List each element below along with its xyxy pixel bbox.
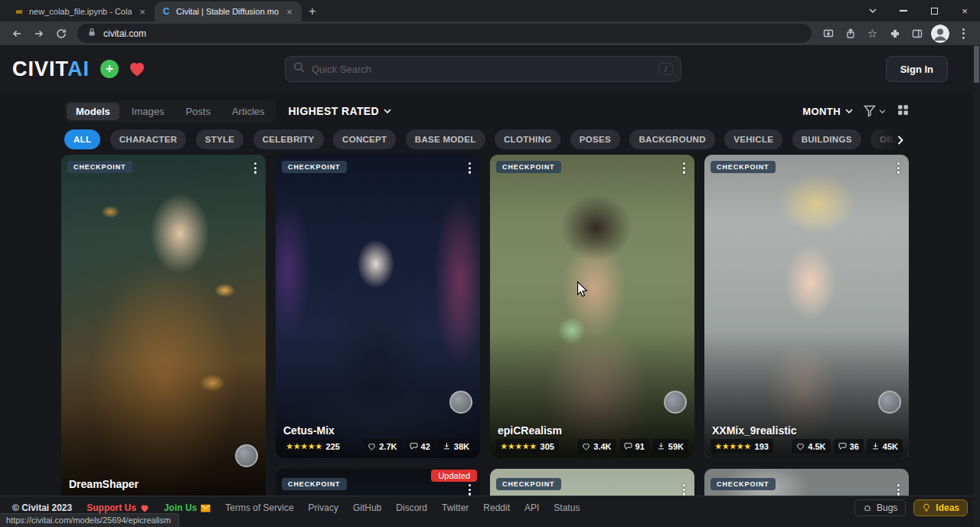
download-icon	[657, 442, 665, 450]
reload-button[interactable]	[51, 23, 71, 44]
card-menu-icon[interactable]	[681, 161, 687, 175]
minimize-button[interactable]	[888, 0, 919, 21]
card-menu-icon[interactable]	[896, 161, 901, 175]
card-menu-icon[interactable]	[896, 483, 901, 497]
extensions-puzzle-icon[interactable]	[884, 23, 905, 44]
downloads-count: 45K	[883, 442, 898, 451]
civitai-logo[interactable]: CIVITAI	[12, 57, 90, 81]
chip-celebrity[interactable]: CELEBRITY	[253, 129, 324, 149]
model-preview-image	[276, 155, 480, 458]
model-type-badge: CHECKPOINT	[710, 161, 776, 173]
model-name: epiCRealism	[498, 424, 562, 437]
chip-style[interactable]: STYLE	[196, 129, 244, 149]
creator-avatar[interactable]	[449, 391, 472, 414]
tab-close-icon[interactable]: ×	[136, 6, 149, 18]
model-card-dreamshaper[interactable]: CHECKPOINT DreamShaper	[61, 155, 266, 512]
profile-avatar[interactable]	[931, 25, 949, 43]
chips-scroll-right-icon[interactable]	[891, 131, 910, 149]
footer-link-twitter[interactable]: Twitter	[442, 502, 469, 513]
tab-articles[interactable]: Articles	[223, 103, 274, 120]
chip-character[interactable]: CHARACTER	[110, 129, 187, 149]
tab-colab[interactable]: ∞ new_colab_file.ipynb - Colaborat ×	[8, 2, 155, 21]
chip-buildings[interactable]: BUILDINGS	[792, 129, 861, 149]
footer-link-discord[interactable]: Discord	[396, 502, 427, 513]
heart-icon	[796, 443, 805, 450]
footer-link-terms[interactable]: Terms of Service	[225, 502, 293, 513]
model-preview-image	[704, 155, 909, 458]
tab-civitai[interactable]: C Civitai | Stable Diffusion models, ×	[155, 2, 302, 21]
chip-vehicle[interactable]: VEHICLE	[724, 129, 782, 149]
side-panel-icon[interactable]	[906, 23, 927, 44]
address-bar[interactable]: civitai.com	[77, 24, 812, 43]
footer-link-api[interactable]: API	[524, 502, 539, 513]
back-button[interactable]	[6, 23, 27, 44]
page-scrollbar[interactable]	[973, 45, 980, 527]
tab-search-chevron-icon[interactable]	[858, 0, 888, 21]
model-card-xxmix9realistic[interactable]: CHECKPOINT XXMix_9realistic ★★★★★ 193 4.…	[704, 155, 909, 458]
likes-pill: 3.4K	[577, 439, 616, 453]
filter-funnel-icon[interactable]	[864, 105, 886, 117]
rating-count: 193	[755, 442, 769, 451]
model-card-grid: CHECKPOINT DreamShaper CHECKPOINT Cetus-…	[61, 155, 909, 527]
maximize-button[interactable]	[919, 0, 949, 21]
model-card-cetus-mix[interactable]: CHECKPOINT Cetus-Mix ★★★★★ 225 2.7K	[276, 155, 480, 458]
tab-posts[interactable]: Posts	[176, 103, 220, 120]
layout-grid-icon[interactable]	[897, 103, 910, 119]
tab-images[interactable]: Images	[122, 103, 174, 120]
chip-base-model[interactable]: BASE MODEL	[406, 129, 485, 149]
share-icon[interactable]	[840, 23, 861, 44]
scrollbar-thumb[interactable]	[974, 46, 979, 83]
creator-avatar[interactable]	[235, 444, 258, 467]
colab-favicon-icon: ∞	[14, 6, 24, 17]
downloads-pill: 45K	[867, 439, 903, 453]
model-card-epicrealism[interactable]: CHECKPOINT epiCRealism ★★★★★ 305 3.4K	[490, 155, 694, 458]
browser-menu-icon[interactable]	[953, 23, 974, 44]
new-tab-button[interactable]: +	[302, 2, 323, 21]
download-icon	[871, 442, 880, 450]
chip-poses[interactable]: POSES	[570, 129, 620, 149]
model-name: XXMix_9realistic	[712, 424, 797, 437]
sort-dropdown[interactable]: HIGHEST RATED	[289, 105, 392, 117]
card-menu-icon[interactable]	[253, 161, 258, 175]
model-type-badge: CHECKPOINT	[282, 161, 347, 173]
sign-in-button[interactable]: Sign In	[886, 56, 948, 82]
heart-icon	[140, 504, 149, 512]
search-icon	[293, 61, 305, 77]
footer-link-reddit[interactable]: Reddit	[483, 502, 510, 513]
footer-link-github[interactable]: GitHub	[353, 502, 381, 513]
search-bar[interactable]: /	[285, 56, 681, 82]
search-input[interactable]	[312, 64, 652, 75]
creator-avatar[interactable]	[664, 391, 687, 414]
close-window-button[interactable]: ×	[949, 0, 980, 21]
card-menu-icon[interactable]	[681, 483, 687, 497]
support-heart-icon[interactable]	[128, 61, 146, 77]
footer-link-privacy[interactable]: Privacy	[309, 502, 338, 513]
tab-models[interactable]: Models	[67, 103, 119, 120]
card-menu-icon[interactable]	[467, 483, 472, 497]
status-bar-url: https://civitai.com/models/25694/epicrea…	[0, 513, 179, 527]
model-type-badge: CHECKPOINT	[67, 161, 132, 173]
install-app-icon[interactable]	[818, 23, 838, 44]
forward-button[interactable]	[28, 23, 49, 44]
chip-all[interactable]: ALL	[64, 129, 100, 149]
create-plus-button[interactable]: +	[100, 60, 119, 78]
footer-link-status[interactable]: Status	[554, 502, 580, 513]
chip-background[interactable]: BACKGROUND	[629, 129, 714, 149]
chip-concept[interactable]: CONCEPT	[333, 129, 396, 149]
tab-close-icon[interactable]: ×	[283, 6, 296, 18]
url-text: civitai.com	[103, 28, 146, 39]
slash-shortcut-key: /	[658, 63, 673, 75]
ideas-button[interactable]: Ideas	[913, 499, 968, 516]
downloads-count: 59K	[668, 442, 684, 451]
tab-title: Civitai | Stable Diffusion models,	[176, 7, 279, 16]
footer-link-support-us[interactable]: Support Us	[87, 502, 149, 513]
bugs-button[interactable]: Bugs	[854, 499, 906, 516]
card-menu-icon[interactable]	[467, 161, 472, 175]
bookmark-star-icon[interactable]: ☆	[862, 23, 883, 44]
browser-window: ∞ new_colab_file.ipynb - Colaborat × C C…	[0, 0, 980, 527]
period-dropdown[interactable]: MONTH	[802, 106, 853, 117]
chip-clothing[interactable]: CLOTHING	[495, 129, 560, 149]
creator-avatar[interactable]	[878, 391, 901, 414]
footer-link-join-us[interactable]: Join Us	[164, 502, 211, 513]
model-type-badge: CHECKPOINT	[496, 478, 561, 490]
